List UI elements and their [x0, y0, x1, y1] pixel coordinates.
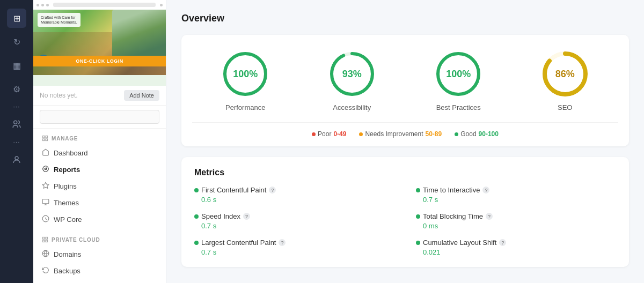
- tti-help-icon[interactable]: ?: [482, 187, 489, 193]
- sidebar-item-dashboard-label: Dashboard: [54, 149, 88, 157]
- cls-help-icon[interactable]: ?: [499, 239, 506, 246]
- backups-icon: [42, 266, 49, 275]
- svg-rect-15: [43, 240, 45, 242]
- performance-circle: 100%: [221, 50, 269, 98]
- accessibility-label: Accessibility: [333, 103, 371, 111]
- best-practices-gauge: 100% Best Practices: [434, 50, 482, 111]
- svg-point-1: [15, 157, 18, 160]
- svg-rect-3: [46, 136, 48, 138]
- domains-icon: [42, 250, 49, 259]
- table-icon[interactable]: ▦: [7, 56, 26, 75]
- accessibility-gauge: 93% Accessibility: [328, 50, 376, 111]
- si-value: 0.7 s: [201, 222, 394, 230]
- sidebar-item-themes[interactable]: Themes: [33, 195, 166, 211]
- icon-sidebar: ⊞ ↻ ▦ ⚙ ··· ···: [0, 0, 33, 283]
- tti-dot: [416, 188, 420, 192]
- poor-dot: [312, 132, 316, 136]
- seo-value: 86%: [555, 69, 575, 80]
- best-practices-label: Best Practices: [436, 103, 481, 111]
- sidebar-item-reports[interactable]: Reports: [33, 161, 166, 178]
- refresh-icon[interactable]: ↻: [7, 32, 26, 51]
- svg-marker-8: [42, 182, 49, 188]
- notes-placeholder: No notes yet.: [40, 92, 78, 99]
- fcp-dot: [194, 188, 199, 192]
- si-name: Speed Index: [201, 212, 240, 220]
- themes-icon: [42, 198, 49, 207]
- sidebar-item-plugins[interactable]: Plugins: [33, 178, 166, 195]
- overview-card: 100% Performance 93% Accessibility: [181, 35, 629, 146]
- metric-tti-row: Time to Interactive ?: [416, 186, 616, 194]
- legend-row: Poor 0-49 Needs Improvement 50-89 Good 9…: [192, 122, 618, 138]
- metric-cls-row: Cumulative Layout Shift ?: [416, 239, 616, 247]
- fcp-name: First Contentful Paint: [201, 186, 266, 194]
- fcp-help-icon[interactable]: ?: [269, 187, 276, 193]
- metric-speed-index: Speed Index ? 0.7 s: [194, 212, 394, 230]
- left-panel: Crafted with Care for Memorable Moments.…: [33, 0, 166, 283]
- metric-tbt-row: Total Blocking Time ?: [416, 212, 616, 220]
- tbt-value: 0 ms: [423, 222, 616, 230]
- needs-improvement-dot: [359, 132, 363, 136]
- seo-gauge: 86% SEO: [541, 50, 589, 111]
- dots-1-icon[interactable]: ···: [13, 103, 20, 110]
- browser-bar: [33, 0, 166, 10]
- metric-fcp-row: First Contentful Paint ?: [194, 186, 394, 194]
- sidebar-item-wp-core[interactable]: WP Core: [33, 211, 166, 228]
- cls-value: 0.021: [423, 248, 616, 256]
- overview-title: Overview: [181, 13, 629, 24]
- private-cloud-section-label: PRIVATE CLOUD: [33, 236, 166, 246]
- best-practices-value: 100%: [446, 69, 471, 80]
- cls-name: Cumulative Layout Shift: [423, 239, 496, 247]
- lcp-value: 0.7 s: [201, 248, 394, 256]
- legend-good: Good 90-100: [455, 130, 499, 138]
- metric-lcp-row: Largest Contentful Paint ?: [194, 239, 394, 247]
- lcp-help-icon[interactable]: ?: [279, 239, 286, 246]
- svg-rect-9: [42, 199, 49, 204]
- metric-total-blocking-time: Total Blocking Time ? 0 ms: [416, 212, 616, 230]
- one-click-login-button[interactable]: ONE-CLICK LOGIN: [33, 56, 166, 66]
- settings-icon[interactable]: ⚙: [7, 79, 26, 99]
- poor-label: Poor: [318, 130, 331, 138]
- accessibility-value: 93%: [342, 69, 362, 80]
- seo-label: SEO: [558, 103, 572, 111]
- sidebar-item-dashboard[interactable]: Dashboard: [33, 145, 166, 161]
- private-cloud-section: PRIVATE CLOUD Domains Backups: [33, 230, 166, 281]
- manage-section-label: MANAGE: [33, 135, 166, 145]
- main-content: Overview 100% Performance: [166, 0, 644, 283]
- dots-2-icon[interactable]: ···: [13, 138, 20, 146]
- dashboard-icon: [42, 148, 49, 158]
- si-help-icon[interactable]: ?: [243, 213, 250, 220]
- sidebar-item-backups[interactable]: Backups: [33, 263, 166, 279]
- metric-si-row: Speed Index ?: [194, 212, 394, 220]
- preview-image: Crafted with Care for Memorable Moments.…: [33, 0, 166, 75]
- metrics-grid: First Contentful Paint ? 0.6 s Time to I…: [194, 186, 616, 256]
- sidebar-item-reports-label: Reports: [54, 166, 80, 174]
- legend-needs-improvement: Needs Improvement 50-89: [359, 130, 442, 138]
- tbt-help-icon[interactable]: ?: [486, 213, 493, 220]
- performance-label: Performance: [225, 103, 265, 111]
- site-preview: Crafted with Care for Memorable Moments.…: [33, 0, 166, 86]
- grid-icon[interactable]: ⊞: [7, 9, 26, 28]
- svg-rect-4: [43, 139, 45, 141]
- plugins-icon: [42, 182, 49, 191]
- search-input[interactable]: [40, 110, 159, 124]
- good-range: 90-100: [479, 130, 499, 138]
- sidebar-item-themes-label: Themes: [54, 199, 79, 207]
- good-dot: [455, 132, 458, 136]
- performance-gauge: 100% Performance: [221, 50, 269, 111]
- metrics-title: Metrics: [194, 168, 616, 177]
- accessibility-circle: 93%: [328, 50, 376, 98]
- sidebar-item-domains[interactable]: Domains: [33, 246, 166, 263]
- metric-largest-contentful-paint: Largest Contentful Paint ? 0.7 s: [194, 239, 394, 256]
- metrics-card: Metrics First Contentful Paint ? 0.6 s T…: [181, 157, 629, 267]
- needs-improvement-label: Needs Improvement: [365, 130, 423, 138]
- cls-dot: [416, 241, 420, 245]
- manage-section: MANAGE Dashboard Reports Plugins Themes: [33, 129, 166, 230]
- users-icon[interactable]: [7, 115, 26, 134]
- performance-value: 100%: [233, 69, 258, 80]
- reports-icon: [42, 165, 49, 174]
- svg-rect-5: [46, 139, 48, 141]
- add-note-button[interactable]: Add Note: [124, 90, 159, 101]
- account-icon[interactable]: [7, 150, 26, 169]
- best-practices-circle: 100%: [434, 50, 482, 98]
- tbt-dot: [416, 214, 420, 219]
